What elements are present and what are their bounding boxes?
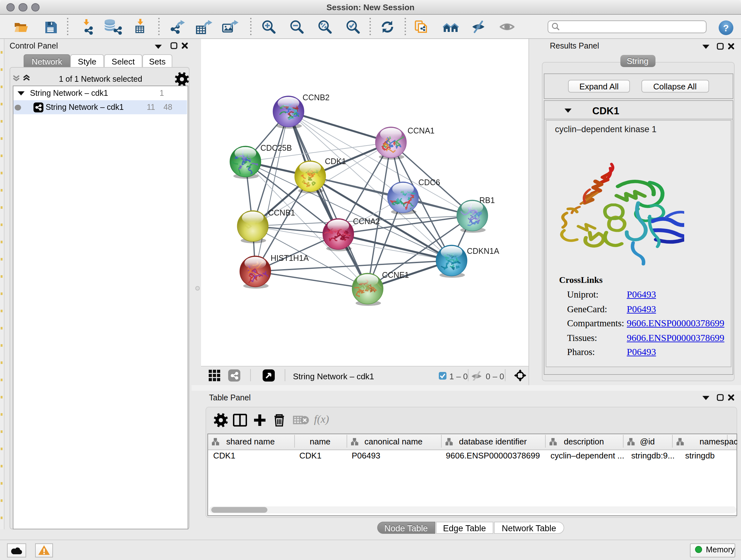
svg-text:CCNA2: CCNA2 — [353, 217, 380, 226]
svg-text:CCNA1: CCNA1 — [407, 126, 434, 135]
svg-text:CDKN1A: CDKN1A — [467, 246, 499, 255]
svg-text:CDC25B: CDC25B — [260, 143, 292, 152]
svg-text:HIST1H1A: HIST1H1A — [270, 253, 309, 262]
svg-text:CCNB2: CCNB2 — [302, 93, 329, 102]
svg-text:CDC6: CDC6 — [418, 178, 440, 187]
svg-text:RB1: RB1 — [479, 196, 495, 205]
svg-text:CCNE1: CCNE1 — [382, 270, 409, 279]
svg-text:CCNB1: CCNB1 — [268, 208, 295, 217]
svg-text:CDK1: CDK1 — [325, 157, 346, 166]
